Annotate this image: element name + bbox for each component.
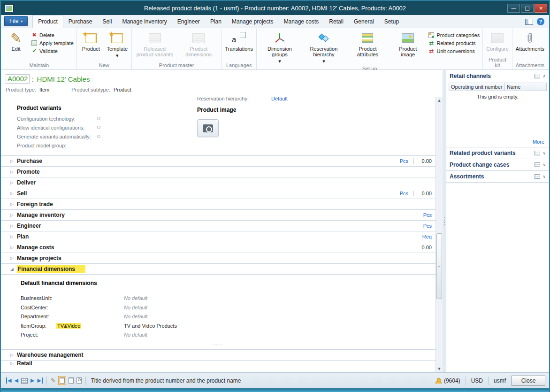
product-subtype-value: Product xyxy=(114,87,131,92)
businessunit-value[interactable]: No default xyxy=(124,295,147,301)
details-view-button[interactable] xyxy=(58,376,66,385)
field-configuration-technology: Configuration technology: xyxy=(17,114,100,123)
dimension-groups-button[interactable]: Dimension groups ▾ xyxy=(258,30,301,65)
assortments-section[interactable]: Assortments ∨ xyxy=(446,171,549,183)
costcenter-value[interactable]: No default xyxy=(124,305,147,310)
product-image-placeholder[interactable] xyxy=(197,119,219,137)
fasttab-retail[interactable]: ▷ Retail xyxy=(1,361,435,366)
minimize-button[interactable]: — xyxy=(507,4,520,13)
translations-icon: a xyxy=(232,32,246,44)
window-layout-icon[interactable] xyxy=(525,19,533,25)
tab-setup[interactable]: Setup xyxy=(379,15,404,28)
related-product-variants-section[interactable]: Related product variants ∨ xyxy=(446,147,549,159)
fasttab-purchase[interactable]: ▷ Purchase Pcs 0.00 xyxy=(1,156,435,167)
edit-button[interactable]: ✎ Edit xyxy=(3,30,29,52)
grid-view-toggle-button[interactable] xyxy=(69,377,74,384)
apply-template-button[interactable]: Apply template xyxy=(30,40,75,46)
scroll-down-arrow[interactable]: ▼ xyxy=(436,366,443,372)
file-label: File xyxy=(9,18,18,24)
product-attributes-button[interactable]: Product attributes xyxy=(346,30,389,58)
fasttab-manage-projects[interactable]: ▷ Manage projects xyxy=(1,253,435,264)
chevron-down-icon[interactable]: ∨ xyxy=(542,151,546,155)
product-dimensions-button: Product dimensions xyxy=(177,30,220,58)
vertical-scrollbar[interactable]: ▲ ▼ xyxy=(435,97,443,372)
scrollbar-thumb[interactable] xyxy=(436,233,442,299)
expand-arrow-icon: ▷ xyxy=(10,353,14,357)
sell-unit[interactable]: Pcs xyxy=(400,191,408,196)
document-attachments-button[interactable] xyxy=(76,377,82,384)
chevron-up-icon[interactable]: ∧ xyxy=(542,74,546,78)
maximize-button[interactable]: □ xyxy=(521,4,534,13)
fasttab-engineer[interactable]: ▷ Engineer Pcs xyxy=(1,221,435,231)
delete-button[interactable]: ✖ Delete xyxy=(30,32,75,38)
group-label-product-kit: Product kit xyxy=(484,56,511,69)
translations-button[interactable]: a Translations xyxy=(223,30,255,52)
new-product-button[interactable]: ★ Product xyxy=(78,30,104,52)
dimension-row-project: Project: No default xyxy=(21,332,435,341)
go-previous-button[interactable]: ◀ xyxy=(14,377,18,384)
department-value[interactable]: No default xyxy=(124,314,147,319)
tab-general[interactable]: General xyxy=(349,15,379,28)
tab-product[interactable]: Product xyxy=(32,15,63,28)
attachments-button[interactable]: Attachments xyxy=(514,30,546,52)
variants-grid-icon xyxy=(149,33,161,43)
new-template-button[interactable]: ★ Template ▾ xyxy=(105,30,130,59)
ribbon-group-maintain: ✎ Edit ✖ Delete Apply template ✔ Validat… xyxy=(2,29,77,69)
tab-manage-projects[interactable]: Manage projects xyxy=(227,15,279,28)
column-name[interactable]: Name xyxy=(505,83,547,91)
plan-coverage[interactable]: Req xyxy=(422,234,432,239)
unit-conversions-button[interactable]: ⇄ Unit conversions xyxy=(427,48,481,54)
fasttab-warehouse-management[interactable]: ▷ Warehouse management xyxy=(1,350,435,361)
panel-splitter[interactable] xyxy=(443,70,446,372)
tab-manage-costs[interactable]: Manage costs xyxy=(279,15,324,28)
file-menu-button[interactable]: File ▾ xyxy=(4,16,28,26)
column-operating-unit-number[interactable]: Operating unit number xyxy=(449,83,505,91)
reservation-hierarchy-link[interactable]: Default xyxy=(271,97,288,101)
fasttab-financial-dimensions[interactable]: ◢ Financial dimensions xyxy=(1,264,435,275)
tab-sell[interactable]: Sell xyxy=(97,15,117,28)
currency-indicator[interactable]: USD xyxy=(471,377,483,384)
more-link[interactable]: More xyxy=(533,139,544,145)
apply-template-label: Apply template xyxy=(39,40,74,46)
product-change-cases-section[interactable]: Product change cases ∨ xyxy=(446,159,549,171)
close-button[interactable]: Close xyxy=(512,376,545,386)
tab-plan[interactable]: Plan xyxy=(205,15,227,28)
tab-manage-inventory[interactable]: Manage inventory xyxy=(117,15,172,28)
go-first-button[interactable]: ◀ xyxy=(6,377,11,384)
fasttab-deliver[interactable]: ▷ Deliver xyxy=(1,177,435,188)
fasttab-sell[interactable]: ▷ Sell Pcs 0.00 xyxy=(1,188,435,199)
alerts-user-icon[interactable] xyxy=(435,378,441,384)
fasttab-promote[interactable]: ▷ Promote xyxy=(1,167,435,177)
grid-view-button[interactable] xyxy=(21,378,28,384)
fasttab-plan[interactable]: ▷ Plan Req xyxy=(1,231,435,242)
project-value[interactable]: No default xyxy=(124,332,147,338)
chevron-down-icon[interactable]: ∨ xyxy=(542,162,546,167)
edit-record-button[interactable]: ✎ xyxy=(51,377,56,384)
product-categories-button[interactable]: Product categories xyxy=(427,32,481,38)
tab-retail[interactable]: Retail xyxy=(324,15,349,28)
itemgroup-code[interactable]: TV&Video xyxy=(56,323,81,329)
reservation-hierarchy-button[interactable]: Reservation hierarchy ▾ xyxy=(302,30,345,65)
inventory-unit[interactable]: Pcs xyxy=(423,212,432,218)
validate-button[interactable]: ✔ Validate xyxy=(30,48,75,54)
go-last-button[interactable]: ▶ xyxy=(37,377,42,384)
related-products-button[interactable]: ⇄ Related products xyxy=(427,40,481,46)
tab-engineer[interactable]: Engineer xyxy=(172,15,205,28)
product-number-field[interactable]: A0002 xyxy=(6,74,30,84)
engineer-unit[interactable]: Pcs xyxy=(423,223,432,229)
product-image-button[interactable]: Product image xyxy=(390,30,426,58)
fasttab-manage-inventory[interactable]: ▷ Manage inventory Pcs xyxy=(1,210,435,221)
company-indicator[interactable]: usmf xyxy=(494,377,506,384)
alerts-count[interactable]: (9604) xyxy=(444,377,460,384)
help-icon[interactable]: ? xyxy=(537,18,544,25)
fasttab-manage-costs[interactable]: ▷ Manage costs 0.00 xyxy=(1,242,435,253)
fasttab-foreign-trade[interactable]: ▷ Foreign trade xyxy=(1,199,435,210)
tab-purchase[interactable]: Purchase xyxy=(63,15,98,28)
cost-value: 0.00 xyxy=(422,245,432,250)
purchase-unit[interactable]: Pcs xyxy=(400,158,408,164)
scroll-up-arrow[interactable]: ▲ xyxy=(436,97,443,104)
close-window-button[interactable]: × xyxy=(535,4,547,13)
go-next-button[interactable]: ▶ xyxy=(31,377,34,384)
retail-channels-header[interactable]: Retail channels ∧ xyxy=(446,70,549,82)
chevron-down-icon[interactable]: ∨ xyxy=(542,174,546,179)
